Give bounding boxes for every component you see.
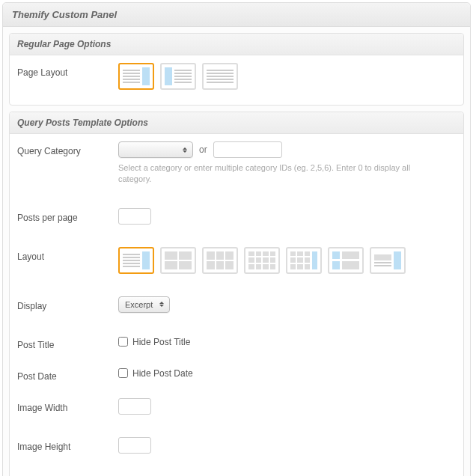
page-layout-picker <box>118 63 456 90</box>
query-layout-label: Layout <box>17 247 118 262</box>
image-width-input[interactable] <box>118 398 151 415</box>
query-layout-grid3[interactable] <box>202 247 238 274</box>
or-text: or <box>199 144 207 155</box>
hide-post-title-label: Hide Post Title <box>132 337 190 347</box>
regular-page-options-section: Regular Page Options Page Layout <box>9 33 464 106</box>
hide-post-title-checkbox[interactable] <box>118 337 128 347</box>
post-date-label: Post Date <box>17 367 118 382</box>
query-category-select[interactable] <box>118 141 193 158</box>
query-layout-grid4-sidebar[interactable] <box>286 247 322 274</box>
themify-custom-panel: Themify Custom Panel Regular Page Option… <box>2 2 471 476</box>
image-height-label: Image Height <box>17 437 118 452</box>
chevron-updown-icon <box>180 147 189 153</box>
image-height-input[interactable] <box>118 437 151 454</box>
query-layout-list-post[interactable] <box>118 247 154 274</box>
query-category-ids-input[interactable] <box>213 141 282 158</box>
query-layout-list-large[interactable] <box>370 247 406 274</box>
query-category-hint: Select a category or enter multiple cate… <box>118 162 433 186</box>
posts-per-page-label: Posts per page <box>17 208 118 223</box>
page-layout-option-fullwidth[interactable] <box>202 63 238 90</box>
posts-per-page-input[interactable] <box>118 208 151 225</box>
query-section-title: Query Posts Template Options <box>10 112 463 134</box>
panel-title: Themify Custom Panel <box>3 3 470 27</box>
display-label: Display <box>17 296 118 311</box>
query-layout-picker <box>118 247 456 274</box>
page-layout-option-sidebar-left[interactable] <box>160 63 196 90</box>
query-layout-list-thumb[interactable] <box>328 247 364 274</box>
page-layout-option-sidebar-right[interactable] <box>118 63 154 90</box>
query-layout-grid2[interactable] <box>160 247 196 274</box>
chevron-updown-icon <box>157 302 166 307</box>
page-layout-label: Page Layout <box>17 63 118 78</box>
display-select[interactable]: Excerpt <box>118 296 170 313</box>
hide-post-date-label: Hide Post Date <box>132 368 193 379</box>
regular-section-title: Regular Page Options <box>10 34 463 55</box>
hide-post-date-checkbox[interactable] <box>118 368 128 378</box>
image-width-label: Image Width <box>17 398 118 413</box>
query-category-label: Query Category <box>17 141 118 156</box>
query-posts-section: Query Posts Template Options Query Categ… <box>9 112 464 476</box>
query-layout-grid4[interactable] <box>244 247 280 274</box>
post-title-label: Post Title <box>17 335 118 350</box>
